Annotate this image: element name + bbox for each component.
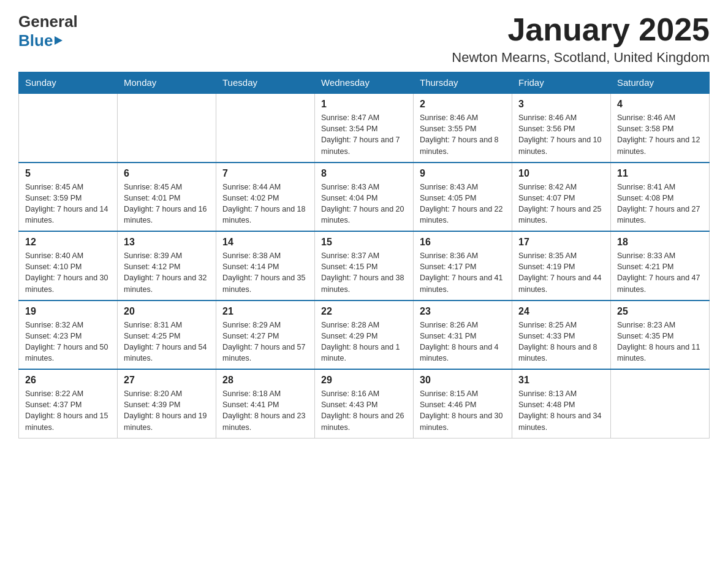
month-title: January 2025: [452, 12, 710, 47]
day-info: Sunrise: 8:35 AMSunset: 4:19 PMDaylight:…: [518, 250, 604, 295]
day-info: Sunrise: 8:31 AMSunset: 4:25 PMDaylight:…: [124, 320, 210, 364]
day-number: 25: [617, 306, 703, 317]
day-number: 11: [617, 168, 703, 179]
day-number: 3: [518, 99, 604, 110]
day-info: Sunrise: 8:45 AMSunset: 3:59 PMDaylight:…: [25, 182, 111, 226]
day-info: Sunrise: 8:46 AMSunset: 3:58 PMDaylight:…: [617, 112, 703, 157]
calendar-day-cell: 12Sunrise: 8:40 AMSunset: 4:10 PMDayligh…: [19, 231, 118, 301]
day-info: Sunrise: 8:16 AMSunset: 4:43 PMDaylight:…: [321, 388, 407, 433]
day-info: Sunrise: 8:25 AMSunset: 4:33 PMDaylight:…: [518, 320, 604, 364]
day-number: 9: [420, 168, 506, 179]
calendar-week-row: 26Sunrise: 8:22 AMSunset: 4:37 PMDayligh…: [19, 369, 710, 438]
day-info: Sunrise: 8:23 AMSunset: 4:35 PMDaylight:…: [617, 320, 703, 364]
day-number: 14: [222, 237, 308, 248]
calendar-week-row: 12Sunrise: 8:40 AMSunset: 4:10 PMDayligh…: [19, 231, 710, 301]
day-info: Sunrise: 8:18 AMSunset: 4:41 PMDaylight:…: [222, 388, 308, 433]
day-info: Sunrise: 8:15 AMSunset: 4:46 PMDaylight:…: [420, 388, 506, 433]
calendar-day-cell: 3Sunrise: 8:46 AMSunset: 3:56 PMDaylight…: [512, 93, 611, 163]
day-number: 6: [124, 168, 210, 179]
weekday-header: Sunday: [19, 72, 118, 94]
day-number: 19: [25, 306, 111, 317]
calendar-day-cell: 21Sunrise: 8:29 AMSunset: 4:27 PMDayligh…: [216, 301, 315, 370]
weekday-header: Thursday: [414, 72, 512, 94]
calendar-day-cell: 10Sunrise: 8:42 AMSunset: 4:07 PMDayligh…: [512, 163, 611, 232]
calendar-day-cell: 27Sunrise: 8:20 AMSunset: 4:39 PMDayligh…: [118, 369, 216, 438]
day-number: 18: [617, 237, 703, 248]
calendar-day-cell: 14Sunrise: 8:38 AMSunset: 4:14 PMDayligh…: [216, 231, 315, 301]
day-info: Sunrise: 8:45 AMSunset: 4:01 PMDaylight:…: [124, 182, 210, 226]
day-info: Sunrise: 8:26 AMSunset: 4:31 PMDaylight:…: [420, 320, 506, 364]
weekday-header: Wednesday: [315, 72, 414, 94]
weekday-header-row: SundayMondayTuesdayWednesdayThursdayFrid…: [19, 72, 710, 94]
calendar-day-cell: 15Sunrise: 8:37 AMSunset: 4:15 PMDayligh…: [315, 231, 414, 301]
day-number: 7: [222, 168, 308, 179]
day-number: 16: [420, 237, 506, 248]
day-number: 12: [25, 237, 111, 248]
day-number: 29: [321, 375, 407, 386]
calendar-day-cell: 20Sunrise: 8:31 AMSunset: 4:25 PMDayligh…: [118, 301, 216, 370]
logo: General Blue: [18, 12, 78, 50]
day-info: Sunrise: 8:29 AMSunset: 4:27 PMDaylight:…: [222, 320, 308, 364]
weekday-header: Friday: [512, 72, 611, 94]
calendar-day-cell: 23Sunrise: 8:26 AMSunset: 4:31 PMDayligh…: [414, 301, 512, 370]
location-title: Newton Mearns, Scotland, United Kingdom: [452, 50, 710, 66]
calendar-day-cell: 11Sunrise: 8:41 AMSunset: 4:08 PMDayligh…: [611, 163, 710, 232]
day-number: 13: [124, 237, 210, 248]
calendar-day-cell: 19Sunrise: 8:32 AMSunset: 4:23 PMDayligh…: [19, 301, 118, 370]
weekday-header: Saturday: [611, 72, 710, 94]
day-number: 28: [222, 375, 308, 386]
calendar-day-cell: 28Sunrise: 8:18 AMSunset: 4:41 PMDayligh…: [216, 369, 315, 438]
day-info: Sunrise: 8:37 AMSunset: 4:15 PMDaylight:…: [321, 250, 407, 295]
day-info: Sunrise: 8:32 AMSunset: 4:23 PMDaylight:…: [25, 320, 111, 364]
day-number: 22: [321, 306, 407, 317]
logo-line1: General: [18, 12, 78, 31]
day-number: 23: [420, 306, 506, 317]
day-info: Sunrise: 8:43 AMSunset: 4:04 PMDaylight:…: [321, 182, 407, 226]
calendar-day-cell: 30Sunrise: 8:15 AMSunset: 4:46 PMDayligh…: [414, 369, 512, 438]
day-number: 27: [124, 375, 210, 386]
calendar-day-cell: 26Sunrise: 8:22 AMSunset: 4:37 PMDayligh…: [19, 369, 118, 438]
calendar-day-cell: [19, 93, 118, 163]
day-info: Sunrise: 8:22 AMSunset: 4:37 PMDaylight:…: [25, 388, 111, 433]
day-number: 2: [420, 99, 506, 110]
logo-text: General Blue: [18, 12, 78, 50]
calendar-day-cell: 7Sunrise: 8:44 AMSunset: 4:02 PMDaylight…: [216, 163, 315, 232]
calendar-day-cell: 5Sunrise: 8:45 AMSunset: 3:59 PMDaylight…: [19, 163, 118, 232]
calendar-day-cell: [216, 93, 315, 163]
calendar-day-cell: 16Sunrise: 8:36 AMSunset: 4:17 PMDayligh…: [414, 231, 512, 301]
day-number: 26: [25, 375, 111, 386]
weekday-header: Tuesday: [216, 72, 315, 94]
calendar-day-cell: 17Sunrise: 8:35 AMSunset: 4:19 PMDayligh…: [512, 231, 611, 301]
calendar-day-cell: 2Sunrise: 8:46 AMSunset: 3:55 PMDaylight…: [414, 93, 512, 163]
calendar-week-row: 19Sunrise: 8:32 AMSunset: 4:23 PMDayligh…: [19, 301, 710, 370]
day-number: 8: [321, 168, 407, 179]
day-info: Sunrise: 8:44 AMSunset: 4:02 PMDaylight:…: [222, 182, 308, 226]
day-info: Sunrise: 8:40 AMSunset: 4:10 PMDaylight:…: [25, 250, 111, 295]
day-number: 31: [518, 375, 604, 386]
weekday-header: Monday: [118, 72, 216, 94]
day-info: Sunrise: 8:20 AMSunset: 4:39 PMDaylight:…: [124, 388, 210, 433]
calendar-day-cell: 13Sunrise: 8:39 AMSunset: 4:12 PMDayligh…: [118, 231, 216, 301]
calendar-day-cell: 29Sunrise: 8:16 AMSunset: 4:43 PMDayligh…: [315, 369, 414, 438]
calendar-day-cell: 8Sunrise: 8:43 AMSunset: 4:04 PMDaylight…: [315, 163, 414, 232]
day-number: 1: [321, 99, 407, 110]
logo-line2-wrapper: Blue: [18, 31, 78, 50]
day-info: Sunrise: 8:36 AMSunset: 4:17 PMDaylight:…: [420, 250, 506, 295]
logo-line2: Blue: [18, 31, 53, 50]
day-info: Sunrise: 8:41 AMSunset: 4:08 PMDaylight:…: [617, 182, 703, 226]
calendar-day-cell: 9Sunrise: 8:43 AMSunset: 4:05 PMDaylight…: [414, 163, 512, 232]
day-number: 20: [124, 306, 210, 317]
day-info: Sunrise: 8:46 AMSunset: 3:55 PMDaylight:…: [420, 112, 506, 157]
calendar-day-cell: [611, 369, 710, 438]
calendar-day-cell: 4Sunrise: 8:46 AMSunset: 3:58 PMDaylight…: [611, 93, 710, 163]
day-number: 17: [518, 237, 604, 248]
page-header: General Blue January 2025 Newton Mearns,…: [18, 12, 710, 66]
calendar-day-cell: 24Sunrise: 8:25 AMSunset: 4:33 PMDayligh…: [512, 301, 611, 370]
calendar-day-cell: 22Sunrise: 8:28 AMSunset: 4:29 PMDayligh…: [315, 301, 414, 370]
title-block: January 2025 Newton Mearns, Scotland, Un…: [452, 12, 710, 66]
day-number: 30: [420, 375, 506, 386]
logo-triangle-icon: [55, 36, 63, 45]
day-info: Sunrise: 8:39 AMSunset: 4:12 PMDaylight:…: [124, 250, 210, 295]
day-number: 4: [617, 99, 703, 110]
calendar-day-cell: 6Sunrise: 8:45 AMSunset: 4:01 PMDaylight…: [118, 163, 216, 232]
